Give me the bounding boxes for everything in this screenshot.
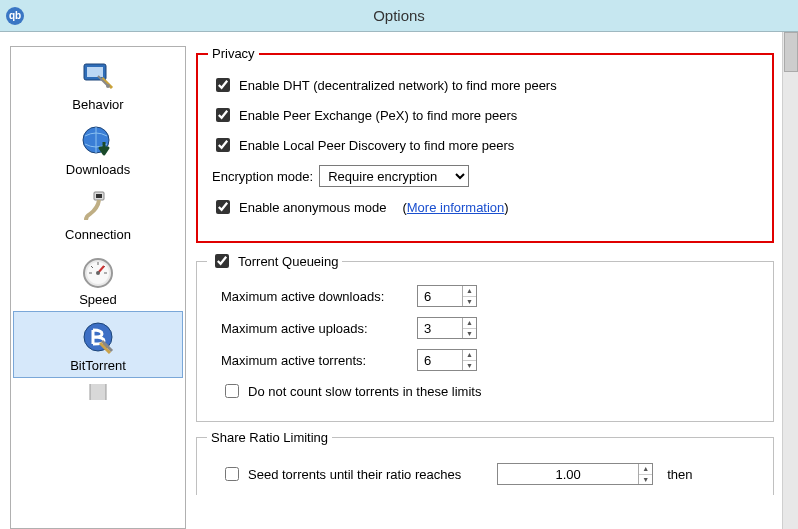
enable-pex-label[interactable]: Enable Peer Exchange (PeX) to find more … [239, 108, 517, 123]
vertical-scrollbar[interactable] [782, 32, 798, 529]
spin-up-icon[interactable]: ▲ [463, 286, 476, 297]
globe-download-icon [78, 122, 118, 160]
sidebar-item-label: Downloads [66, 162, 130, 177]
enable-anon-label[interactable]: Enable anonymous mode [239, 200, 386, 215]
spin-down-icon[interactable]: ▼ [463, 361, 476, 371]
titlebar: qb Options [0, 0, 798, 32]
app-icon: qb [6, 7, 24, 25]
max-active-torrents-label: Maximum active torrents: [221, 353, 411, 368]
enable-dht-label[interactable]: Enable DHT (decentralized network) to fi… [239, 78, 557, 93]
spin-down-icon[interactable]: ▼ [463, 329, 476, 339]
max-active-downloads-spinner[interactable]: ▲▼ [417, 285, 477, 307]
torrent-queueing-checkbox[interactable] [215, 254, 229, 268]
more-information-link[interactable]: More information [407, 200, 505, 215]
privacy-legend: Privacy [208, 46, 259, 61]
spin-up-icon[interactable]: ▲ [463, 318, 476, 329]
enable-pex-checkbox[interactable] [216, 108, 230, 122]
max-active-downloads-input[interactable] [418, 286, 462, 306]
partial-icon [78, 384, 118, 400]
sidebar-item-speed[interactable]: Speed [13, 246, 183, 311]
window-title: Options [373, 7, 425, 24]
enable-dht-checkbox[interactable] [216, 78, 230, 92]
options-content: Privacy Enable DHT (decentralized networ… [196, 46, 782, 529]
enable-lpd-checkbox[interactable] [216, 138, 230, 152]
torrent-queueing-legend[interactable]: Torrent Queueing [238, 254, 338, 269]
sidebar-item-downloads[interactable]: Downloads [13, 116, 183, 181]
svg-rect-1 [87, 67, 103, 77]
spin-down-icon[interactable]: ▼ [463, 297, 476, 307]
torrent-queueing-group: Torrent Queueing Maximum active download… [196, 251, 774, 422]
svg-point-2 [106, 84, 110, 88]
enable-lpd-label[interactable]: Enable Local Peer Discovery to find more… [239, 138, 514, 153]
seed-ratio-checkbox[interactable] [225, 467, 239, 481]
behavior-icon [78, 57, 118, 95]
spin-up-icon[interactable]: ▲ [639, 464, 652, 475]
spin-down-icon[interactable]: ▼ [639, 475, 652, 485]
max-active-downloads-label: Maximum active downloads: [221, 289, 411, 304]
seed-ratio-label[interactable]: Seed torrents until their ratio reaches [248, 467, 461, 482]
sidebar-item-label: Speed [79, 292, 117, 307]
dont-count-slow-label[interactable]: Do not count slow torrents in these limi… [248, 384, 481, 399]
sidebar-item-bittorrent[interactable]: BitTorrent [13, 311, 183, 378]
sidebar-item-label: BitTorrent [70, 358, 126, 373]
sidebar-item-label: Connection [65, 227, 131, 242]
max-active-torrents-spinner[interactable]: ▲▼ [417, 349, 477, 371]
connection-icon [78, 187, 118, 225]
dont-count-slow-checkbox[interactable] [225, 384, 239, 398]
max-active-uploads-label: Maximum active uploads: [221, 321, 411, 336]
share-ratio-group: Share Ratio Limiting Seed torrents until… [196, 430, 774, 495]
share-ratio-legend: Share Ratio Limiting [207, 430, 332, 445]
sidebar-item-next-partial[interactable] [13, 378, 183, 400]
privacy-group: Privacy Enable DHT (decentralized networ… [196, 46, 774, 243]
encryption-mode-label: Encryption mode: [212, 169, 313, 184]
max-active-uploads-input[interactable] [418, 318, 462, 338]
enable-anon-checkbox[interactable] [216, 200, 230, 214]
spin-up-icon[interactable]: ▲ [463, 350, 476, 361]
encryption-mode-select[interactable]: Require encryption [319, 165, 469, 187]
options-sidebar: Behavior Downloads Connection [10, 46, 186, 529]
max-active-torrents-input[interactable] [418, 350, 462, 370]
sidebar-item-behavior[interactable]: Behavior [13, 51, 183, 116]
then-label: then [667, 467, 692, 482]
scroll-thumb[interactable] [784, 32, 798, 72]
sidebar-item-connection[interactable]: Connection [13, 181, 183, 246]
seed-ratio-spinner[interactable]: ▲▼ [497, 463, 653, 485]
max-active-uploads-spinner[interactable]: ▲▼ [417, 317, 477, 339]
sidebar-item-label: Behavior [72, 97, 123, 112]
seed-ratio-input[interactable] [498, 464, 638, 484]
bittorrent-icon [78, 318, 118, 356]
speedometer-icon [78, 252, 118, 290]
svg-rect-5 [96, 194, 102, 198]
more-info-wrap: (More information) [402, 200, 508, 215]
svg-point-13 [96, 271, 100, 275]
svg-rect-15 [90, 384, 106, 400]
